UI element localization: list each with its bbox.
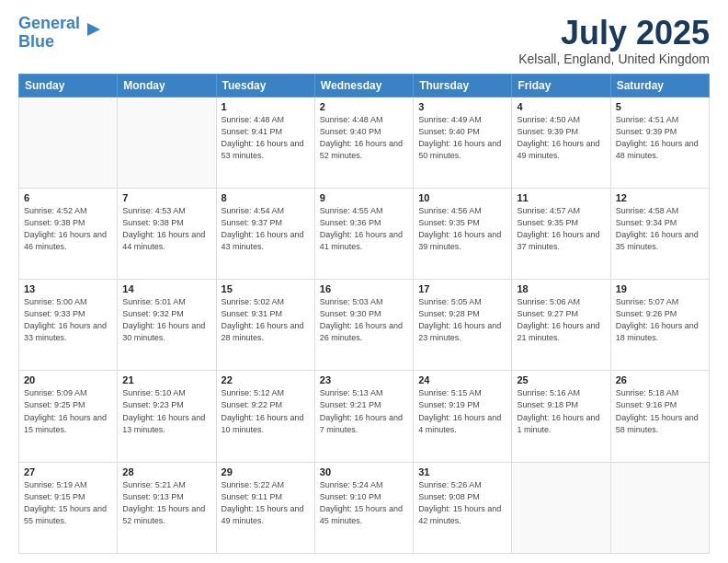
day-number: 9 <box>320 192 408 203</box>
calendar-cell: 8Sunrise: 4:54 AM Sunset: 9:37 PM Daylig… <box>216 188 314 279</box>
header-tuesday: Tuesday <box>216 74 314 97</box>
day-info: Sunrise: 4:48 AM Sunset: 9:41 PM Dayligh… <box>222 114 310 162</box>
day-number: 28 <box>122 466 210 477</box>
calendar-cell: 5Sunrise: 4:51 AM Sunset: 9:39 PM Daylig… <box>610 97 709 188</box>
day-number: 30 <box>320 466 408 477</box>
day-info: Sunrise: 5:22 AM Sunset: 9:11 PM Dayligh… <box>222 479 310 527</box>
calendar-cell: 18Sunrise: 5:06 AM Sunset: 9:27 PM Dayli… <box>512 280 610 371</box>
day-number: 27 <box>24 466 112 477</box>
day-number: 4 <box>517 101 605 112</box>
calendar-cell: 17Sunrise: 5:05 AM Sunset: 9:28 PM Dayli… <box>414 280 512 371</box>
calendar-cell: 21Sunrise: 5:10 AM Sunset: 9:23 PM Dayli… <box>118 371 216 462</box>
svg-marker-0 <box>87 23 100 36</box>
day-info: Sunrise: 5:21 AM Sunset: 9:13 PM Dayligh… <box>122 479 210 527</box>
day-number: 17 <box>418 283 506 294</box>
day-info: Sunrise: 5:03 AM Sunset: 9:30 PM Dayligh… <box>320 296 408 344</box>
calendar-cell: 1Sunrise: 4:48 AM Sunset: 9:41 PM Daylig… <box>216 97 314 188</box>
day-number: 7 <box>122 192 210 203</box>
day-info: Sunrise: 5:06 AM Sunset: 9:27 PM Dayligh… <box>517 296 605 344</box>
logo-blue: Blue <box>18 32 54 51</box>
day-info: Sunrise: 5:19 AM Sunset: 9:15 PM Dayligh… <box>24 479 112 527</box>
day-number: 23 <box>320 374 408 385</box>
logo-general: General <box>18 14 80 32</box>
day-info: Sunrise: 5:10 AM Sunset: 9:23 PM Dayligh… <box>122 387 210 435</box>
day-info: Sunrise: 4:55 AM Sunset: 9:36 PM Dayligh… <box>320 205 408 253</box>
day-info: Sunrise: 5:16 AM Sunset: 9:18 PM Dayligh… <box>517 387 605 435</box>
day-number: 21 <box>122 374 210 385</box>
calendar-cell: 24Sunrise: 5:15 AM Sunset: 9:19 PM Dayli… <box>414 371 512 462</box>
day-number: 12 <box>616 192 704 203</box>
logo-arrow-icon <box>84 19 104 40</box>
calendar-cell: 31Sunrise: 5:26 AM Sunset: 9:08 PM Dayli… <box>414 462 512 553</box>
day-number: 29 <box>222 466 310 477</box>
day-number: 6 <box>24 192 112 203</box>
calendar-cell: 2Sunrise: 4:48 AM Sunset: 9:40 PM Daylig… <box>314 97 413 188</box>
day-info: Sunrise: 5:24 AM Sunset: 9:10 PM Dayligh… <box>320 479 408 527</box>
day-info: Sunrise: 4:54 AM Sunset: 9:37 PM Dayligh… <box>222 205 310 253</box>
day-info: Sunrise: 5:07 AM Sunset: 9:26 PM Dayligh… <box>616 296 704 344</box>
calendar-cell: 25Sunrise: 5:16 AM Sunset: 9:18 PM Dayli… <box>512 371 610 462</box>
calendar-cell: 15Sunrise: 5:02 AM Sunset: 9:31 PM Dayli… <box>216 280 314 371</box>
day-number: 13 <box>24 283 112 294</box>
day-info: Sunrise: 5:12 AM Sunset: 9:22 PM Dayligh… <box>222 387 310 435</box>
calendar-cell: 7Sunrise: 4:53 AM Sunset: 9:38 PM Daylig… <box>118 188 216 279</box>
day-info: Sunrise: 5:13 AM Sunset: 9:21 PM Dayligh… <box>320 387 408 435</box>
day-number: 2 <box>320 101 408 112</box>
calendar-cell: 20Sunrise: 5:09 AM Sunset: 9:25 PM Dayli… <box>19 371 118 462</box>
day-number: 10 <box>418 192 506 203</box>
day-number: 14 <box>122 283 210 294</box>
day-number: 3 <box>418 101 506 112</box>
day-info: Sunrise: 5:00 AM Sunset: 9:33 PM Dayligh… <box>24 296 112 344</box>
day-number: 5 <box>616 101 704 112</box>
day-info: Sunrise: 4:51 AM Sunset: 9:39 PM Dayligh… <box>616 114 704 162</box>
calendar-body: 1Sunrise: 4:48 AM Sunset: 9:41 PM Daylig… <box>19 97 710 553</box>
calendar-header-row: Sunday Monday Tuesday Wednesday Thursday… <box>19 74 710 97</box>
week-row-1: 1Sunrise: 4:48 AM Sunset: 9:41 PM Daylig… <box>19 97 710 188</box>
day-number: 19 <box>616 283 704 294</box>
day-number: 25 <box>517 374 605 385</box>
day-info: Sunrise: 4:52 AM Sunset: 9:38 PM Dayligh… <box>24 205 112 253</box>
calendar-cell: 23Sunrise: 5:13 AM Sunset: 9:21 PM Dayli… <box>314 371 413 462</box>
calendar-cell: 13Sunrise: 5:00 AM Sunset: 9:33 PM Dayli… <box>19 280 118 371</box>
day-info: Sunrise: 5:09 AM Sunset: 9:25 PM Dayligh… <box>24 387 112 435</box>
calendar-cell: 11Sunrise: 4:57 AM Sunset: 9:35 PM Dayli… <box>512 188 610 279</box>
calendar-cell: 22Sunrise: 5:12 AM Sunset: 9:22 PM Dayli… <box>216 371 314 462</box>
calendar-cell: 28Sunrise: 5:21 AM Sunset: 9:13 PM Dayli… <box>118 462 216 553</box>
calendar-cell <box>19 97 118 188</box>
calendar-cell <box>512 462 610 553</box>
calendar-table: Sunday Monday Tuesday Wednesday Thursday… <box>18 74 710 554</box>
logo-text: General Blue <box>18 15 80 52</box>
calendar-cell: 12Sunrise: 4:58 AM Sunset: 9:34 PM Dayli… <box>610 188 709 279</box>
calendar-cell: 10Sunrise: 4:56 AM Sunset: 9:35 PM Dayli… <box>414 188 512 279</box>
calendar-cell: 4Sunrise: 4:50 AM Sunset: 9:39 PM Daylig… <box>512 97 610 188</box>
day-number: 20 <box>24 374 112 385</box>
day-number: 15 <box>222 283 310 294</box>
header-thursday: Thursday <box>414 74 512 97</box>
calendar-cell: 19Sunrise: 5:07 AM Sunset: 9:26 PM Dayli… <box>610 280 709 371</box>
page: General Blue July 2025 Kelsall, England,… <box>0 0 728 563</box>
week-row-3: 13Sunrise: 5:00 AM Sunset: 9:33 PM Dayli… <box>19 280 710 371</box>
day-info: Sunrise: 5:01 AM Sunset: 9:32 PM Dayligh… <box>122 296 210 344</box>
day-info: Sunrise: 4:53 AM Sunset: 9:38 PM Dayligh… <box>122 205 210 253</box>
day-number: 18 <box>517 283 605 294</box>
calendar-cell: 6Sunrise: 4:52 AM Sunset: 9:38 PM Daylig… <box>19 188 118 279</box>
day-number: 8 <box>222 192 310 203</box>
day-info: Sunrise: 4:58 AM Sunset: 9:34 PM Dayligh… <box>616 205 704 253</box>
day-info: Sunrise: 4:57 AM Sunset: 9:35 PM Dayligh… <box>517 205 605 253</box>
day-number: 31 <box>418 466 506 477</box>
calendar-cell: 27Sunrise: 5:19 AM Sunset: 9:15 PM Dayli… <box>19 462 118 553</box>
day-info: Sunrise: 5:26 AM Sunset: 9:08 PM Dayligh… <box>418 479 506 527</box>
calendar-cell: 26Sunrise: 5:18 AM Sunset: 9:16 PM Dayli… <box>610 371 709 462</box>
day-info: Sunrise: 4:48 AM Sunset: 9:40 PM Dayligh… <box>320 114 408 162</box>
day-number: 22 <box>222 374 310 385</box>
day-info: Sunrise: 5:18 AM Sunset: 9:16 PM Dayligh… <box>616 387 704 435</box>
calendar-cell: 30Sunrise: 5:24 AM Sunset: 9:10 PM Dayli… <box>314 462 413 553</box>
header-friday: Friday <box>512 74 610 97</box>
header-wednesday: Wednesday <box>314 74 413 97</box>
calendar-cell: 14Sunrise: 5:01 AM Sunset: 9:32 PM Dayli… <box>118 280 216 371</box>
day-info: Sunrise: 4:49 AM Sunset: 9:40 PM Dayligh… <box>418 114 506 162</box>
month-title: July 2025 <box>518 15 710 52</box>
day-info: Sunrise: 4:56 AM Sunset: 9:35 PM Dayligh… <box>418 205 506 253</box>
calendar-cell: 16Sunrise: 5:03 AM Sunset: 9:30 PM Dayli… <box>314 280 413 371</box>
day-info: Sunrise: 5:15 AM Sunset: 9:19 PM Dayligh… <box>418 387 506 435</box>
